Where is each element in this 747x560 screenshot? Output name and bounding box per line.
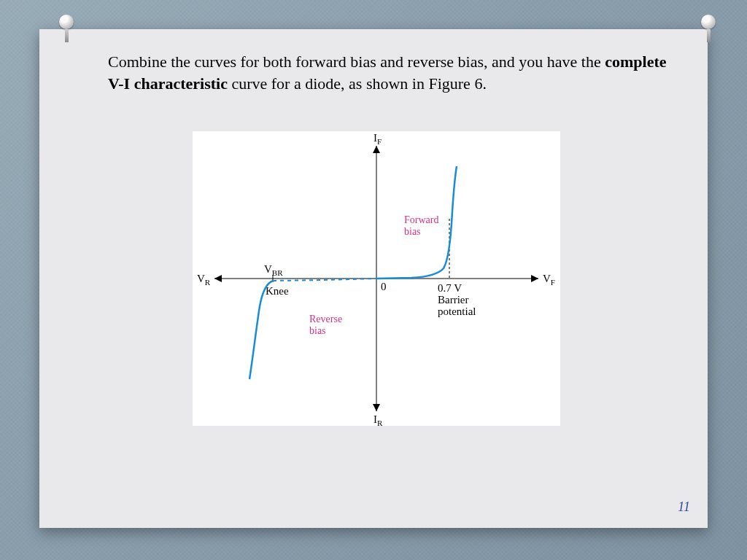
- svg-text:VBR: VBR: [264, 263, 283, 277]
- label-reverse: Reverse: [309, 314, 342, 324]
- svg-text:VF: VF: [543, 273, 555, 287]
- label-forward-bias: bias: [404, 226, 421, 237]
- diode-vi-svg: IF IR VF VR 0 VBR Knee 0.7 V Barrier pot…: [193, 131, 560, 426]
- slide-number: 11: [678, 499, 690, 515]
- label-reverse-bias: bias: [309, 325, 326, 336]
- label-origin: 0: [381, 281, 387, 292]
- label-07v: 0.7 V: [438, 282, 462, 294]
- svg-marker-4: [373, 146, 380, 153]
- svg-marker-5: [373, 404, 380, 411]
- slide-card: Combine the curves for both forward bias…: [39, 29, 708, 528]
- label-vr-sub: R: [205, 278, 211, 287]
- svg-marker-1: [531, 275, 538, 282]
- label-if-sub: F: [377, 137, 382, 146]
- slide-background: Combine the curves for both forward bias…: [0, 0, 747, 560]
- label-vr: V: [197, 273, 205, 284]
- svg-text:IF: IF: [374, 132, 382, 146]
- paragraph: Combine the curves for both forward bias…: [108, 51, 684, 94]
- label-knee: Knee: [266, 285, 289, 297]
- label-forward: Forward: [404, 214, 438, 225]
- label-vbr: V: [264, 263, 272, 275]
- svg-marker-2: [214, 275, 222, 282]
- label-potential: potential: [438, 306, 476, 317]
- pushpin-icon: [699, 15, 718, 44]
- label-barrier: Barrier: [438, 294, 468, 306]
- label-vf: V: [543, 273, 551, 284]
- label-vbr-sub: BR: [272, 268, 283, 277]
- text-lead: Combine the curves for both forward bias…: [108, 52, 605, 71]
- svg-text:IR: IR: [374, 413, 383, 426]
- label-vf-sub: F: [551, 278, 555, 287]
- text-tail: curve for a diode, as shown in Figure 6.: [228, 74, 487, 93]
- label-ir-sub: R: [377, 419, 383, 426]
- diode-vi-figure: IF IR VF VR 0 VBR Knee 0.7 V Barrier pot…: [193, 131, 560, 426]
- pushpin-icon: [57, 15, 76, 44]
- svg-text:VR: VR: [197, 273, 211, 287]
